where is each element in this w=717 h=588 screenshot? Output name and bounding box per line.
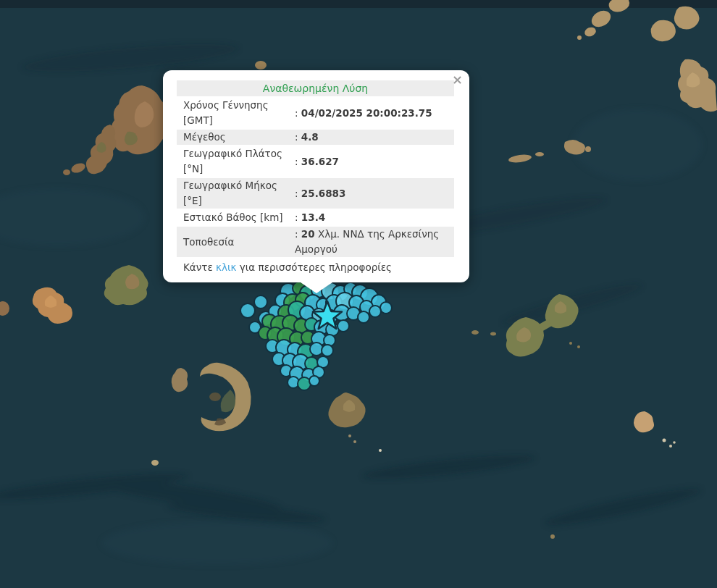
- footer-text: Κάντε: [183, 261, 216, 273]
- info-value: : 20 Χλμ. ΝΝΔ της Αρκεσίνης Αμοργού: [295, 227, 454, 257]
- info-label: Εστιακό Βάθος [km]: [183, 210, 295, 225]
- info-label: Τοποθεσία: [183, 235, 295, 250]
- footer-text: για περισσότερες πληροφορίες: [237, 261, 393, 273]
- info-row: Εστιακό Βάθος [km]: 13.4: [177, 210, 454, 225]
- info-label: Μέγεθος: [183, 130, 295, 145]
- info-label: Γεωγραφικό Μήκος [°E]: [183, 178, 295, 209]
- quake-marker[interactable]: [337, 320, 349, 332]
- info-row: Χρόνος Γέννησης [GMT]: 04/02/2025 20:00:…: [177, 98, 454, 128]
- info-table: Χρόνος Γέννησης [GMT]: 04/02/2025 20:00:…: [177, 98, 454, 257]
- quake-marker[interactable]: [322, 345, 333, 356]
- earthquake-info-popup: × Αναθεωρημένη Λύση Χρόνος Γέννησης [GMT…: [163, 70, 469, 282]
- popup-footer: Κάντε κλικ για περισσότερες πληροφορίες: [177, 260, 454, 275]
- info-value: : 04/02/2025 20:00:23.75: [295, 106, 454, 121]
- popup-tail-pointer: [301, 282, 332, 293]
- quake-marker[interactable]: [254, 295, 267, 308]
- info-label: Γεωγραφικό Πλάτος [°N]: [183, 146, 295, 177]
- info-row: Μέγεθος: 4.8: [177, 130, 454, 145]
- info-value: : 36.627: [295, 154, 454, 169]
- quake-marker[interactable]: [369, 306, 381, 317]
- popup-title: Αναθεωρημένη Λύση: [177, 80, 454, 96]
- info-row: Γεωγραφικό Μήκος [°E]: 25.6883: [177, 178, 454, 209]
- more-info-link[interactable]: κλικ: [216, 261, 236, 273]
- info-label: Χρόνος Γέννησης [GMT]: [183, 98, 295, 128]
- info-value: : 25.6883: [295, 186, 454, 201]
- quake-marker[interactable]: [298, 377, 311, 390]
- quake-marker[interactable]: [240, 303, 255, 318]
- info-row: Τοποθεσία: 20 Χλμ. ΝΝΔ της Αρκεσίνης Αμο…: [177, 227, 454, 257]
- quake-marker[interactable]: [380, 302, 392, 314]
- close-icon[interactable]: ×: [452, 74, 463, 85]
- quake-marker[interactable]: [358, 311, 369, 323]
- quake-marker[interactable]: [309, 376, 319, 386]
- info-value: : 4.8: [295, 130, 454, 145]
- info-row: Γεωγραφικό Πλάτος [°N]: 36.627: [177, 146, 454, 177]
- info-value: : 13.4: [295, 210, 454, 225]
